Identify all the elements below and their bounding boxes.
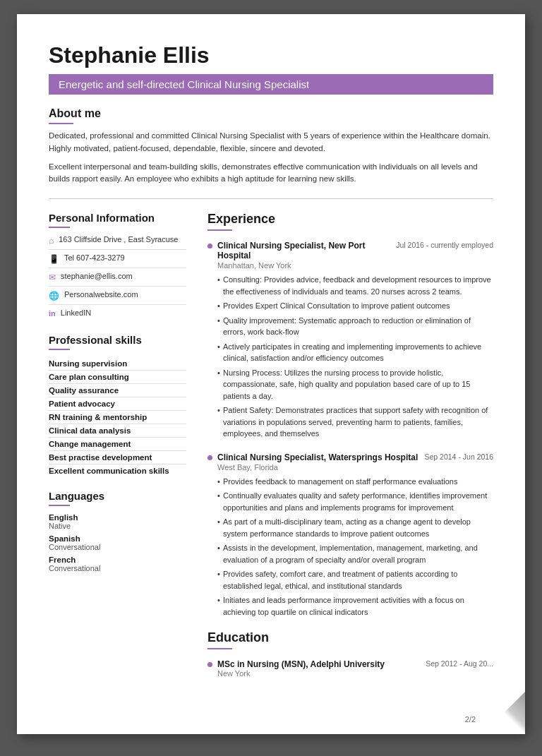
exp-bullet: As part of a multi-disciplinary team, ac… <box>217 516 493 539</box>
exp-bullet: Provides feedback to management on staff… <box>217 476 493 488</box>
personal-linkedin: in LinkedIN <box>49 308 186 321</box>
exp-bullet: Provides safety, comfort care, and treat… <box>217 568 493 592</box>
skill-item: Nursing supervision <box>49 357 186 371</box>
skills-title: Professional skills <box>49 334 186 346</box>
experience-entry: Clinical Nursing Specialist, Waterspring… <box>207 452 493 618</box>
exp-bullet: Continually evaluates quality and safety… <box>217 490 493 513</box>
personal-info-title: Personal Information <box>49 212 186 224</box>
exp-header: Clinical Nursing Specialist, New Port Ho… <box>217 241 493 260</box>
exp-bullet: Patient Safety: Demonstrates practices t… <box>217 404 493 440</box>
about-section: About me Dedicated, professional and com… <box>49 107 493 186</box>
about-para-2: Excellent interpersonal and team-buildin… <box>49 161 493 186</box>
exp-location: Manhattan, New York <box>217 261 493 270</box>
exp-bullet: Initiates and leads performance improvem… <box>217 594 493 618</box>
exp-job-title: Clinical Nursing Specialist, Waterspring… <box>217 452 419 462</box>
linkedin-icon: in <box>49 309 56 318</box>
exp-location: West Bay, Florida <box>217 463 493 472</box>
left-column: Personal Information ⌂ 163 Cliffside Dri… <box>49 212 186 685</box>
skills-divider <box>49 349 70 350</box>
right-column: Experience Clinical Nursing Specialist, … <box>207 212 493 685</box>
personal-info-section: Personal Information ⌂ 163 Cliffside Dri… <box>49 212 186 321</box>
exp-header: Clinical Nursing Specialist, Waterspring… <box>217 452 493 462</box>
education-divider <box>207 648 232 649</box>
languages-divider <box>49 505 70 506</box>
skill-item: Patient advocacy <box>49 397 186 411</box>
skill-item: Best practise development <box>49 451 186 464</box>
languages-title: Languages <box>49 490 186 502</box>
language-item: French Conversational <box>49 556 186 572</box>
candidate-name: Stephanie Ellis <box>49 42 493 68</box>
about-para-1: Dedicated, professional and committed Cl… <box>49 130 493 155</box>
email-icon: ✉ <box>49 272 56 282</box>
personal-phone: 📱 Tel 607-423-3279 <box>49 253 186 268</box>
personal-website: 🌐 Personalwebsite.com <box>49 290 186 305</box>
exp-date: Jul 2016 - currently employed <box>396 241 493 249</box>
language-item: Spanish Conversational <box>49 534 186 551</box>
edu-location: New York <box>217 669 493 678</box>
globe-icon: 🌐 <box>49 291 59 301</box>
edu-date: Sep 2012 - Aug 20... <box>426 659 493 668</box>
edu-degree-title: MSc in Nursing (MSN), Adelphi University <box>217 659 385 669</box>
resume-page: Stephanie Ellis Energetic and self-direc… <box>17 14 525 734</box>
education-title: Education <box>207 630 493 645</box>
exp-bullet: Assists in the development, implementati… <box>217 542 493 565</box>
experience-section: Experience Clinical Nursing Specialist, … <box>207 212 493 618</box>
exp-bullet: Actively participates in creating and im… <box>217 341 493 364</box>
skill-item: Change management <box>49 438 186 451</box>
phone-icon: 📱 <box>49 254 59 264</box>
skill-item: Excellent communication skills <box>49 464 186 477</box>
skill-item: Care plan consulting <box>49 371 186 384</box>
exp-bullet: Quality improvement: Systematic approach… <box>217 315 493 338</box>
education-entry: MSc in Nursing (MSN), Adelphi University… <box>207 659 493 678</box>
about-divider <box>49 123 73 124</box>
skills-section: Professional skills Nursing supervision … <box>49 334 186 477</box>
exp-job-title: Clinical Nursing Specialist, New Port Ho… <box>217 241 390 260</box>
experience-title: Experience <box>207 212 493 227</box>
skill-item: Clinical data analysis <box>49 424 186 438</box>
edu-header: MSc in Nursing (MSN), Adelphi University… <box>217 659 493 669</box>
page-number: 2/2 <box>465 715 476 724</box>
two-column-layout: Personal Information ⌂ 163 Cliffside Dri… <box>49 212 493 685</box>
exp-date: Sep 2014 - Jun 2016 <box>425 452 494 461</box>
exp-bullet: Provides Expert Clinical Consultation to… <box>217 300 493 312</box>
experience-entry: Clinical Nursing Specialist, New Port Ho… <box>207 241 493 440</box>
exp-bullet: Nursing Process: Utilizes the nursing pr… <box>217 367 493 402</box>
skill-item: Quality assurance <box>49 384 186 397</box>
about-title: About me <box>49 107 493 120</box>
main-divider <box>49 198 493 199</box>
languages-section: Languages English Native Spanish Convers… <box>49 490 186 572</box>
language-item: English Native <box>49 513 186 530</box>
experience-divider <box>207 229 232 231</box>
education-section: Education MSc in Nursing (MSN), Adelphi … <box>207 630 493 678</box>
personal-info-divider <box>49 227 70 228</box>
personal-email: ✉ stephanie@ellis.com <box>49 272 186 287</box>
exp-bullet: Consulting: Provides advice, feedback an… <box>217 274 493 297</box>
skill-item: RN training & mentorship <box>49 411 186 424</box>
home-icon: ⌂ <box>49 236 54 246</box>
candidate-title: Energetic and self-directed Clinical Nur… <box>49 74 493 95</box>
personal-address: ⌂ 163 Cliffside Drive , East Syracuse <box>49 235 186 250</box>
